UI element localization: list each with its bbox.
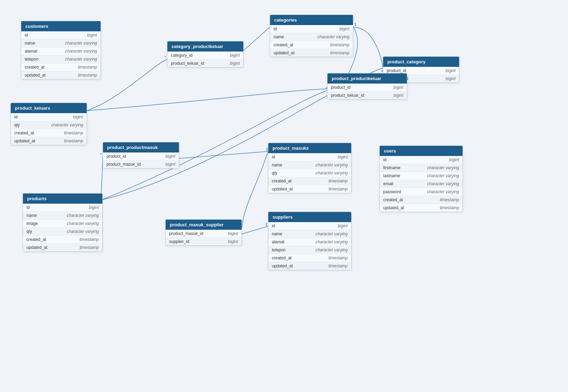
col-type: timestamp: [440, 197, 459, 202]
col-name: updated_at: [274, 50, 294, 55]
table-row: supplier_idbigint: [166, 238, 242, 245]
table-product_productkeluar: product_productkeluarproduct_idbigintpro…: [327, 73, 407, 100]
table-category_productkeluar: category_productkeluarcategory_idbigintp…: [167, 41, 244, 68]
col-type: character varying: [427, 181, 459, 186]
col-name: product_keluar_id: [331, 93, 364, 98]
col-type: bigint: [230, 53, 240, 58]
table-row: idbigint: [21, 31, 101, 39]
col-name: lastname: [383, 173, 400, 178]
table-row: created_attimestamp: [268, 177, 351, 185]
table-row: product_masuk_idbigint: [166, 230, 242, 238]
table-row: created_attimestamp: [11, 129, 87, 137]
col-name: updated_at: [26, 245, 47, 250]
table-row: idbigint: [268, 153, 351, 161]
col-type: character varying: [317, 34, 349, 39]
col-name: name: [25, 41, 35, 46]
table-row: imagecharacter varying: [23, 220, 102, 228]
col-name: created_at: [26, 237, 46, 242]
table-header-products: products: [23, 194, 102, 204]
col-name: alamat: [25, 49, 37, 54]
table-row: product_masuk_idbigint: [103, 160, 179, 168]
col-type: timestamp: [64, 131, 83, 135]
col-name: id: [26, 205, 30, 210]
col-type: bigint: [445, 68, 456, 73]
col-name: category_id: [171, 53, 192, 58]
col-type: character varying: [427, 165, 459, 170]
table-row: firstnamecharacter varying: [380, 164, 463, 172]
table-product_productmasuk: product_productmasukproduct_idbigintprod…: [103, 142, 179, 168]
table-row: created_attimestamp: [380, 196, 463, 204]
table-row: updated_attimestamp: [23, 244, 102, 251]
svg-text:1: 1: [265, 222, 267, 226]
table-row: qtycharacter varying: [23, 228, 102, 236]
table-row: idbigint: [23, 204, 102, 212]
col-type: bigint: [449, 157, 459, 162]
table-row: teleponcharacter varying: [21, 55, 101, 63]
table-header-users: users: [380, 146, 463, 156]
col-type: character varying: [67, 221, 99, 226]
table-users: usersidbigintfirstnamecharacter varyingl…: [379, 146, 463, 212]
col-type: bigint: [228, 231, 238, 236]
table-row: created_attimestamp: [270, 41, 353, 49]
table-row: idbigint: [270, 25, 353, 33]
col-type: bigint: [228, 239, 238, 244]
col-type: character varying: [316, 232, 348, 236]
col-type: character varying: [67, 213, 99, 218]
col-type: bigint: [165, 162, 175, 167]
col-type: bigint: [338, 224, 348, 228]
table-row: namecharacter varying: [21, 39, 101, 47]
col-type: bigint: [393, 85, 403, 90]
table-header-product_productmasuk: product_productmasuk: [103, 142, 179, 152]
table-row: lastnamecharacter varying: [380, 172, 463, 180]
diagram-canvas: 1 * 1 * * 1 * 1 1 * * * 1 * 1 *: [0, 0, 568, 392]
col-name: created_at: [14, 131, 34, 135]
col-type: character varying: [65, 49, 97, 54]
col-name: password: [383, 189, 401, 194]
col-name: product_masuk_id: [106, 162, 141, 167]
col-type: timestamp: [80, 237, 99, 242]
col-type: timestamp: [330, 50, 349, 55]
col-type: bigint: [73, 115, 83, 119]
col-name: updated_at: [272, 264, 293, 268]
col-name: product_id: [331, 85, 350, 90]
table-row: alamatcharacter varying: [21, 47, 101, 55]
col-type: character varying: [67, 229, 99, 234]
table-row: updated_attimestamp: [268, 262, 351, 270]
col-name: name: [274, 34, 284, 39]
col-name: updated_at: [272, 187, 293, 191]
col-name: name: [26, 213, 37, 218]
table-row: category_idbigint: [167, 52, 243, 60]
table-header-categories: categories: [270, 15, 353, 25]
table-row: created_attimestamp: [21, 63, 101, 71]
col-name: product_id: [387, 68, 406, 73]
col-name: created_at: [274, 42, 293, 47]
col-type: bigint: [165, 154, 175, 159]
col-type: bigint: [339, 26, 349, 31]
col-type: timestamp: [78, 65, 97, 70]
table-row: updated_attimestamp: [270, 49, 353, 57]
table-header-product_keluars: product_keluars: [11, 103, 87, 113]
col-type: timestamp: [80, 245, 99, 250]
table-row: product_keluar_idbigint: [167, 60, 243, 67]
table-row: namecharacter varying: [268, 161, 351, 169]
table-row: qtycharacter varying: [11, 121, 87, 129]
col-type: bigint: [338, 155, 348, 159]
col-name: image: [26, 221, 38, 226]
table-categories: categoriesidbigintnamecharacter varyingc…: [270, 15, 353, 57]
table-row: product_idbigint: [103, 152, 179, 160]
col-name: firstname: [383, 165, 400, 170]
col-type: bigint: [87, 33, 97, 38]
col-name: created_at: [25, 65, 45, 70]
table-row: qtycharacter varying: [268, 169, 351, 177]
col-type: character varying: [316, 248, 348, 252]
table-row: updated_attimestamp: [268, 185, 351, 193]
table-header-product_category: product_category: [383, 57, 459, 67]
col-type: character varying: [316, 240, 348, 244]
table-row: updated_attimestamp: [380, 204, 463, 212]
col-type: timestamp: [64, 139, 83, 143]
col-type: character varying: [316, 171, 348, 175]
svg-text:*: *: [165, 55, 166, 59]
table-header-suppliers: suppliers: [268, 212, 351, 222]
col-name: telepon: [25, 57, 38, 62]
col-type: bigint: [89, 205, 99, 210]
